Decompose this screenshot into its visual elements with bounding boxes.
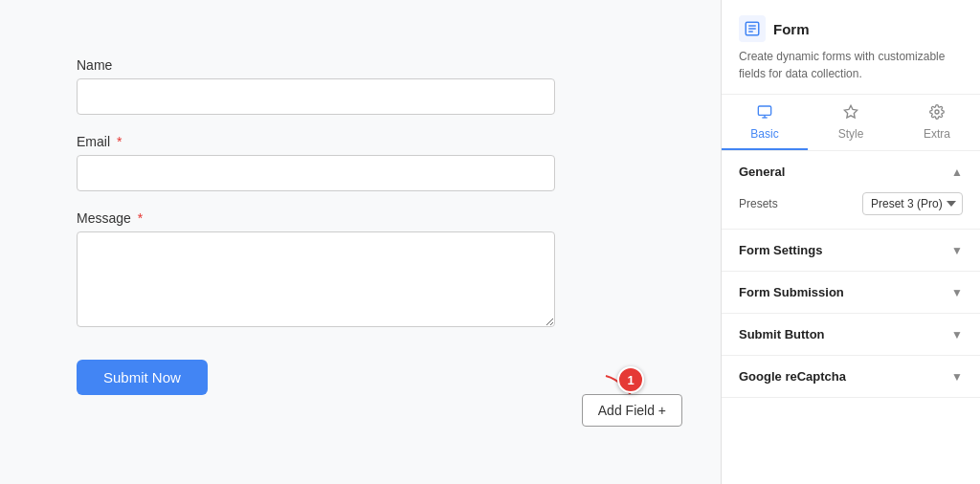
google-recaptcha-header[interactable]: Google reCaptcha ▼	[722, 356, 980, 397]
submit-now-button[interactable]: Submit Now	[77, 360, 208, 395]
recaptcha-chevron-icon: ▼	[951, 370, 963, 384]
general-section-header[interactable]: General ▲	[722, 151, 980, 192]
form-icon	[739, 15, 766, 42]
submit-button-chevron-icon: ▼	[951, 328, 963, 341]
style-tab-icon	[843, 104, 858, 123]
email-field: Email *	[77, 134, 644, 191]
submit-button-header[interactable]: Submit Button ▼	[722, 314, 980, 355]
form-settings-chevron-icon: ▼	[951, 244, 963, 257]
tab-extra[interactable]: Extra	[894, 95, 980, 150]
general-chevron-up-icon: ▲	[951, 165, 963, 179]
panel-title: Form	[773, 21, 810, 37]
name-label: Name	[77, 57, 644, 73]
form-submission-chevron-icon: ▼	[951, 286, 963, 299]
extra-tab-icon	[929, 104, 945, 123]
presets-label: Presets	[739, 197, 778, 210]
tab-style[interactable]: Style	[808, 95, 894, 150]
panel-header: Form Create dynamic forms with customiza…	[722, 0, 980, 95]
step-number-circle: 1	[617, 366, 644, 393]
add-field-button[interactable]: Add Field +	[582, 394, 682, 427]
right-panel: Form Create dynamic forms with customiza…	[722, 0, 980, 484]
form-preview: Name Email * Message * Submit Now 1	[0, 0, 722, 484]
preset-row: Presets Preset 3 (Pro)	[739, 192, 963, 215]
svg-rect-4	[758, 106, 770, 115]
form-submission-section: Form Submission ▼	[722, 272, 980, 314]
general-content: Presets Preset 3 (Pro)	[722, 192, 980, 229]
message-textarea[interactable]	[77, 231, 555, 327]
form-submission-header[interactable]: Form Submission ▼	[722, 272, 980, 313]
name-input[interactable]	[77, 78, 555, 115]
message-required-star: *	[138, 210, 143, 226]
email-required-star: *	[117, 134, 122, 149]
general-section: General ▲ Presets Preset 3 (Pro)	[722, 151, 980, 230]
google-recaptcha-section: Google reCaptcha ▼	[722, 356, 980, 398]
presets-select[interactable]: Preset 3 (Pro)	[862, 192, 963, 215]
basic-tab-icon	[757, 104, 772, 123]
svg-point-7	[935, 110, 939, 114]
email-label: Email *	[77, 134, 644, 149]
email-input[interactable]	[77, 155, 555, 191]
form-settings-section: Form Settings ▼	[722, 230, 980, 272]
message-field: Message *	[77, 210, 644, 331]
tab-basic[interactable]: Basic	[722, 95, 808, 150]
panel-title-row: Form	[739, 15, 963, 42]
add-field-area: Add Field +	[582, 394, 682, 427]
tabs-row: Basic Style Extra	[722, 95, 980, 151]
message-label: Message *	[77, 210, 644, 226]
panel-description: Create dynamic forms with customizable f…	[739, 48, 963, 82]
form-settings-header[interactable]: Form Settings ▼	[722, 230, 980, 271]
name-field: Name	[77, 57, 644, 115]
submit-button-section: Submit Button ▼	[722, 314, 980, 356]
